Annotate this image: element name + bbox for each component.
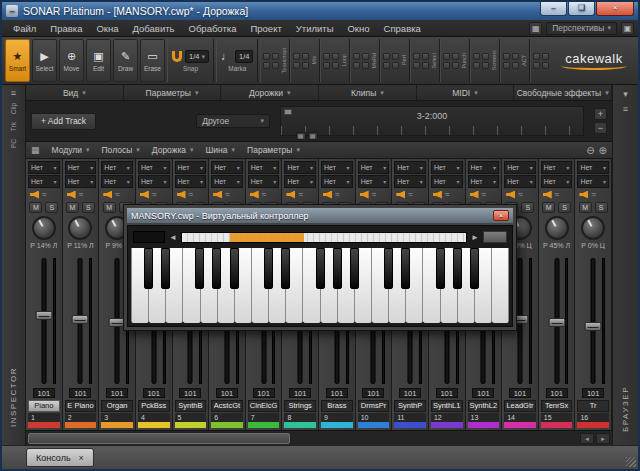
channel-strip[interactable]: Нет ▾ Нет ▾ ≈ M S P 0% Ц 101 Tr 16: [575, 159, 612, 430]
piano-black-key[interactable]: [401, 248, 410, 289]
speaker-icon[interactable]: [213, 191, 222, 199]
piano-black-key[interactable]: [436, 248, 445, 289]
collapse-icon[interactable]: ▾: [623, 88, 628, 100]
close-icon[interactable]: ×: [79, 453, 84, 463]
mute-button[interactable]: M: [66, 202, 79, 213]
scroll-right-icon[interactable]: ▸: [596, 433, 610, 444]
module-button[interactable]: [293, 62, 300, 69]
channel-strip[interactable]: Нет ▾ Нет ▾ ≈ M S P 11% Л 101 E Piano 2: [63, 159, 100, 430]
grid-icon[interactable]: ▦: [529, 22, 542, 35]
window-layout-icon[interactable]: ▣: [621, 22, 634, 35]
tool-erase-button[interactable]: ▭ Erase: [140, 39, 165, 82]
module-button[interactable]: [452, 62, 459, 69]
channel-name[interactable]: AcstcGt: [211, 400, 243, 412]
right-arrow-icon[interactable]: ►: [471, 233, 479, 242]
mute-button[interactable]: M: [542, 202, 555, 213]
module-button[interactable]: [263, 62, 270, 69]
mixer-menu[interactable]: Модули ▾: [52, 145, 90, 155]
channel-name[interactable]: ClnElcG: [248, 400, 280, 412]
channel-name[interactable]: TenrSx: [541, 400, 573, 412]
solo-button[interactable]: S: [558, 202, 571, 213]
module-button[interactable]: [473, 53, 480, 60]
fx-slot[interactable]: Нет ▾: [284, 161, 316, 174]
menu-item[interactable]: Обработка: [182, 23, 244, 34]
menu-item[interactable]: Проект: [243, 23, 288, 34]
module-button[interactable]: [533, 53, 540, 60]
tool-draw-button[interactable]: ✎ Draw: [113, 39, 138, 82]
scrollbar-thumb[interactable]: [28, 433, 290, 444]
zoom-in-icon[interactable]: ⊕: [599, 145, 607, 156]
note-value-dropdown[interactable]: 1/4: [235, 50, 253, 63]
volume-fader[interactable]: [576, 256, 610, 386]
channel-name[interactable]: LeadGtr: [504, 400, 536, 412]
speaker-icon[interactable]: [67, 191, 76, 199]
module-button[interactable]: [362, 53, 369, 60]
track-filter-dropdown[interactable]: Другое ▾: [196, 114, 270, 128]
fx-slot[interactable]: Нет ▾: [175, 161, 207, 174]
fx-slot[interactable]: Нет ▾: [321, 161, 353, 174]
fx-slot[interactable]: Нет ▾: [504, 161, 536, 174]
speaker-icon[interactable]: [30, 191, 39, 199]
piano-black-key[interactable]: [453, 248, 462, 289]
module-button[interactable]: [323, 53, 330, 60]
speaker-icon[interactable]: [323, 191, 332, 199]
module-button[interactable]: [503, 53, 510, 60]
fx-slot[interactable]: Нет ▾: [431, 161, 463, 174]
speaker-icon[interactable]: [250, 191, 259, 199]
left-arrow-icon[interactable]: ◄: [169, 233, 177, 242]
piano-black-key[interactable]: [144, 248, 153, 289]
module-button[interactable]: [422, 62, 429, 69]
channel-name[interactable]: E Piano: [65, 400, 97, 412]
speaker-icon[interactable]: [470, 191, 479, 199]
channel-name[interactable]: SynthB: [175, 400, 207, 412]
strip-filter-menu[interactable]: Дорожки ▾: [221, 85, 319, 100]
channel-strip[interactable]: Нет ▾ Нет ▾ ≈ M S P 14% Л 101 Piano 1: [26, 159, 63, 430]
hamburger-icon[interactable]: ≡: [623, 103, 628, 115]
output-slot[interactable]: Нет ▾: [248, 175, 280, 188]
keyboard-settings-button[interactable]: [483, 231, 507, 243]
restore-button[interactable]: ❏: [568, 2, 595, 16]
hamburger-icon[interactable]: ≡: [11, 87, 16, 99]
solo-button[interactable]: S: [45, 202, 58, 213]
piano-white-key[interactable]: [492, 248, 509, 323]
speaker-icon[interactable]: [543, 191, 552, 199]
pan-knob[interactable]: [32, 216, 56, 240]
output-slot[interactable]: Нет ▾: [65, 175, 97, 188]
mixer-menu[interactable]: Полосы ▾: [101, 145, 139, 155]
module-button[interactable]: [542, 62, 549, 69]
channel-name[interactable]: DrmsPr: [358, 400, 390, 412]
speaker-icon[interactable]: [177, 191, 186, 199]
module-button[interactable]: [263, 53, 270, 60]
pan-knob[interactable]: [68, 216, 92, 240]
menu-item[interactable]: Добавить: [126, 23, 182, 34]
close-button[interactable]: ×: [493, 210, 509, 221]
strip-filter-menu[interactable]: Клипы ▾: [319, 85, 417, 100]
inspector-tab[interactable]: Trk: [10, 122, 17, 131]
output-slot[interactable]: Нет ▾: [468, 175, 500, 188]
module-button[interactable]: [383, 53, 390, 60]
channel-name[interactable]: Brass: [321, 400, 353, 412]
module-button[interactable]: [512, 62, 519, 69]
zoom-in-button[interactable]: +: [594, 108, 607, 120]
fx-slot[interactable]: Нет ▾: [28, 161, 60, 174]
fader-handle[interactable]: [35, 311, 52, 320]
solo-button[interactable]: S: [521, 202, 534, 213]
horizontal-scrollbar[interactable]: ◂ ▸: [26, 430, 612, 445]
speaker-icon[interactable]: [140, 191, 149, 199]
speaker-icon[interactable]: [286, 191, 295, 199]
piano-black-key[interactable]: [316, 248, 325, 289]
grid-icon[interactable]: ▦: [296, 132, 306, 140]
output-slot[interactable]: Нет ▾: [28, 175, 60, 188]
piano-black-key[interactable]: [230, 248, 239, 289]
speaker-icon[interactable]: [396, 191, 405, 199]
fx-slot[interactable]: Нет ▾: [248, 161, 280, 174]
tool-edit-button[interactable]: ▣ Edit: [86, 39, 111, 82]
channel-name[interactable]: Strings: [284, 400, 316, 412]
strip-filter-menu[interactable]: Параметры ▾: [124, 85, 222, 100]
module-button[interactable]: [512, 53, 519, 60]
fader-handle[interactable]: [548, 318, 565, 327]
output-slot[interactable]: Нет ▾: [138, 175, 170, 188]
module-button[interactable]: [272, 53, 279, 60]
virtual-controller-titlebar[interactable]: MANSORY.cwp - Виртуальный контроллер ×: [127, 208, 513, 223]
mixer-menu[interactable]: Параметры ▾: [247, 145, 300, 155]
